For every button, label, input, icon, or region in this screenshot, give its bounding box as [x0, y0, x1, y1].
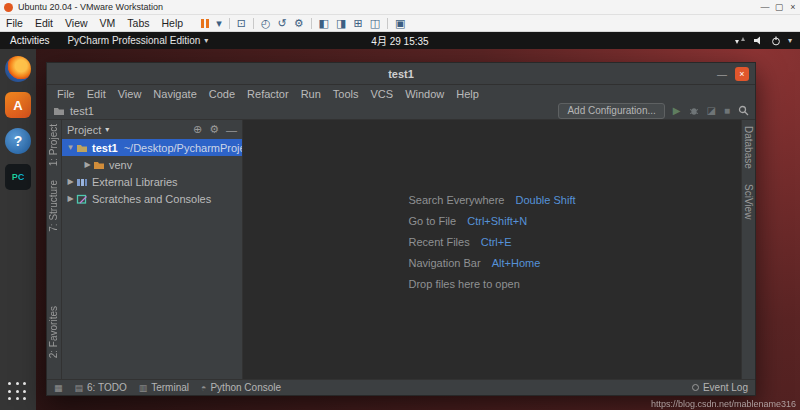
vmware-menu-file[interactable]: File	[0, 17, 29, 29]
toolwindow-button-structure[interactable]: 7: Structure	[48, 180, 59, 232]
shortcut-label: Navigation Bar	[409, 257, 481, 269]
fullscreen-icon[interactable]: ◫	[370, 18, 380, 29]
volume-icon	[753, 36, 764, 45]
toolwindow-button-favorites[interactable]: 2: Favorites	[48, 306, 59, 358]
shortcut-label: Recent Files	[409, 236, 470, 248]
run-with-coverage-icon[interactable]: ◪	[707, 106, 716, 116]
toolwindow-button-database[interactable]: Database	[743, 126, 754, 169]
libraries-icon	[76, 177, 88, 187]
toolwindow-button-todo[interactable]: ▤ 6: TODO	[75, 382, 127, 393]
revert-snapshot-icon[interactable]: ↺	[278, 18, 287, 29]
project-header-icons: ⊕ ⚙ —	[193, 123, 237, 136]
running-indicator-dot	[0, 175, 3, 178]
stop-icon[interactable]: ■	[724, 106, 730, 116]
pycharm-toolbar: test1 Add Configuration... ▶ ◪ ■	[47, 102, 755, 120]
add-configuration-button[interactable]: Add Configuration...	[558, 103, 664, 119]
shortcut-keys: Double Shift	[516, 194, 576, 206]
folder-icon	[93, 160, 105, 170]
tree-row-venv[interactable]: ▶ venv	[62, 156, 242, 173]
shortcut-keys: Alt+Home	[492, 257, 541, 269]
shortcut-keys: Ctrl+Shift+N	[467, 215, 527, 227]
debug-icon[interactable]	[689, 106, 699, 116]
ubuntu-topbar: Activities PyCharm Professional Edition …	[0, 32, 800, 49]
firefox-icon[interactable]	[5, 56, 31, 82]
pycharm-close-button[interactable]: ×	[735, 67, 749, 81]
pycharm-menubar: File Edit View Navigate Code Refactor Ru…	[47, 85, 755, 102]
toolwindow-button-sciview[interactable]: SciView	[743, 184, 754, 219]
editor-area[interactable]: Search Everywhere Double Shift Go to Fil…	[243, 120, 741, 379]
manage-snapshots-icon[interactable]: ⚙	[294, 18, 304, 29]
expand-closed-icon[interactable]: ▶	[65, 177, 76, 186]
vmware-menu-tabs[interactable]: Tabs	[121, 17, 155, 29]
scratches-icon	[76, 194, 88, 204]
help-icon[interactable]: ?	[5, 128, 31, 154]
desktop-background: test1 — × File Edit View Navigate Code R…	[36, 49, 800, 410]
pycharm-window: test1 — × File Edit View Navigate Code R…	[46, 62, 756, 396]
menu-window[interactable]: Window	[399, 88, 450, 100]
pause-dropdown-icon[interactable]: ▾	[216, 18, 222, 29]
vmware-menu-vm[interactable]: VM	[94, 17, 122, 29]
take-snapshot-icon[interactable]: ◴	[261, 18, 271, 29]
vmware-close-button[interactable]: ×	[786, 2, 800, 12]
menu-run[interactable]: Run	[295, 88, 327, 100]
project-panel-header: Project ▾ ⊕ ⚙ —	[62, 120, 242, 139]
tree-item-name: venv	[109, 159, 132, 171]
pycharm-minimize-button[interactable]: —	[717, 69, 727, 80]
vmware-maximize-button[interactable]: ▢	[772, 2, 786, 12]
menu-navigate[interactable]: Navigate	[147, 88, 202, 100]
expand-open-icon[interactable]: ▼	[65, 143, 76, 152]
pycharm-titlebar[interactable]: test1 — ×	[47, 63, 755, 85]
menu-file[interactable]: File	[51, 88, 81, 100]
vmware-titlebar[interactable]: Ubuntu 20.04 - VMware Workstation — ▢ ×	[0, 0, 800, 15]
toolbar-divider	[387, 18, 388, 29]
menu-help[interactable]: Help	[450, 88, 485, 100]
search-everywhere-icon[interactable]	[738, 105, 749, 116]
menu-refactor[interactable]: Refactor	[241, 88, 295, 100]
tree-item-path: ~/Desktop/PycharmProjects/tes	[124, 142, 242, 154]
hide-panel-icon[interactable]: —	[226, 124, 237, 136]
vmware-menu-view[interactable]: View	[59, 17, 94, 29]
pycharm-dock-icon[interactable]: PC	[5, 164, 31, 190]
send-ctrl-alt-del-icon[interactable]: ⊡	[237, 18, 246, 29]
tree-row-project-root[interactable]: ▼ test1 ~/Desktop/PycharmProjects/tes	[62, 139, 242, 156]
vmware-workstation-window: Ubuntu 20.04 - VMware Workstation — ▢ × …	[0, 0, 800, 410]
toolwindow-button-terminal[interactable]: ▥ Terminal	[139, 382, 189, 393]
vmware-minimize-button[interactable]: —	[758, 2, 772, 12]
thumbnail-bar-icon[interactable]: ▣	[395, 18, 405, 29]
tree-item-name: Scratches and Consoles	[92, 193, 211, 205]
toolwindow-button-project[interactable]: 1: Project	[48, 124, 59, 166]
vmware-toolbar: ▾ ⊡ ◴ ↺ ⚙ ◧ ◨ ⊞ ◫ ▣	[201, 18, 405, 29]
tree-row-scratches[interactable]: ▶ Scratches and Consoles	[62, 190, 242, 207]
toolbar-divider	[229, 18, 230, 29]
app-menu-button[interactable]: PyCharm Professional Edition ▾	[59, 35, 216, 46]
breadcrumb-label: test1	[70, 105, 94, 117]
tree-row-external-libraries[interactable]: ▶ External Libraries	[62, 173, 242, 190]
menu-tools[interactable]: Tools	[327, 88, 365, 100]
show-console-icon[interactable]: ◧	[319, 18, 329, 29]
activities-button[interactable]: Activities	[0, 35, 59, 46]
settings-gear-icon[interactable]: ⚙	[209, 123, 219, 136]
menu-view[interactable]: View	[112, 88, 148, 100]
breadcrumb[interactable]: test1	[53, 105, 94, 117]
expand-closed-icon[interactable]: ▶	[65, 194, 76, 203]
unity-mode-icon[interactable]: ◨	[336, 18, 346, 29]
ubuntu-software-icon[interactable]: A	[5, 92, 31, 118]
event-log-button[interactable]: Event Log	[692, 382, 748, 393]
show-library-icon[interactable]: ⊞	[353, 18, 362, 29]
run-icon[interactable]: ▶	[673, 106, 681, 116]
pause-vm-icon[interactable]	[201, 19, 209, 28]
toolwindow-switcher-icon[interactable]: ▦	[54, 383, 63, 393]
expand-closed-icon[interactable]: ▶	[82, 160, 93, 169]
show-applications-icon[interactable]	[8, 382, 28, 402]
menu-edit[interactable]: Edit	[81, 88, 112, 100]
vmware-menu-help[interactable]: Help	[156, 17, 190, 29]
vmware-menu-edit[interactable]: Edit	[29, 17, 59, 29]
project-view-selector[interactable]: Project	[67, 124, 101, 136]
menu-vcs[interactable]: VCS	[365, 88, 400, 100]
clock-label[interactable]: 4月 29 15:35	[371, 33, 428, 48]
system-tray[interactable]: ▾	[734, 36, 800, 46]
locate-file-icon[interactable]: ⊕	[193, 123, 202, 136]
menu-code[interactable]: Code	[203, 88, 241, 100]
toolwindow-button-python-console[interactable]: ◓ Python Console	[201, 382, 281, 393]
chevron-down-icon: ▾	[105, 125, 109, 134]
